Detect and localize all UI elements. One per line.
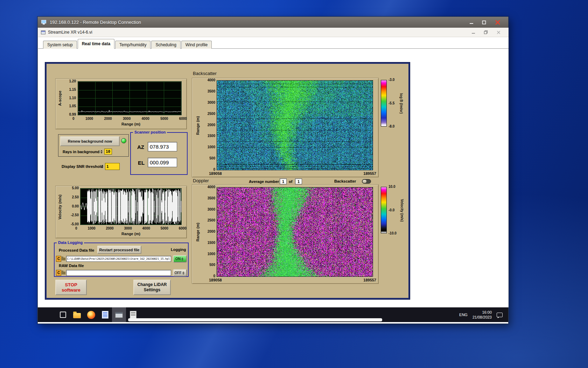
off-label: OFF: [175, 271, 182, 275]
data-logging-title: Data Logging: [57, 240, 84, 245]
tick-label: 2500: [208, 218, 215, 223]
stop-line1: STOP: [65, 282, 77, 287]
stop-software-button[interactable]: STOP software: [55, 280, 87, 295]
tick-label: 0.99: [69, 113, 76, 117]
rays-stepper[interactable]: [100, 149, 104, 155]
app-titlebar[interactable]: StreamLine XR v14-6.vi: [38, 28, 509, 37]
app-minimize-button[interactable]: [468, 29, 478, 36]
of-label: of: [289, 179, 292, 184]
backscatter-chart-title: Backscatter: [193, 71, 217, 76]
tab-temp-humidity[interactable]: Temp/humidity: [115, 41, 150, 49]
average-number-field[interactable]: 1: [280, 178, 287, 184]
firefox-icon: [87, 311, 95, 319]
tab-scheduling[interactable]: Scheduling: [151, 41, 180, 49]
remote-desktop-icon: [41, 20, 47, 25]
snr-stepper[interactable]: [101, 163, 104, 170]
close-icon: [495, 20, 500, 25]
backscatter-y-axis-label: Range (m): [196, 106, 200, 145]
processed-data-file-label: Processed Data file: [59, 248, 94, 252]
tick-label: 2000: [106, 226, 113, 231]
tick-label: 3000: [124, 226, 132, 231]
clock-date: 21/08/2023: [472, 315, 492, 319]
logging-label: Logging: [171, 247, 186, 252]
tick-label: 3500: [208, 196, 215, 200]
rdp-close-button[interactable]: [491, 19, 504, 26]
backscatter-toggle[interactable]: [362, 179, 371, 184]
system-tray: ENG 16:00 21/08/2023: [459, 307, 508, 322]
average-count-field[interactable]: 1: [295, 178, 302, 184]
raw-browse-folder-icon[interactable]: [61, 270, 66, 276]
tick-label: 6000: [179, 117, 187, 121]
task-view-button[interactable]: [56, 307, 70, 322]
tick-label: -0.0: [388, 208, 394, 212]
renew-background-button[interactable]: Renew background now: [60, 136, 120, 146]
restart-processed-file-button[interactable]: Restart processed file: [97, 246, 141, 254]
processed-logging-on-button[interactable]: ON: [173, 255, 187, 263]
tab-system-setup[interactable]: System setup: [43, 41, 77, 49]
app-close-button[interactable]: [493, 29, 504, 36]
tab-strip: System setup Real time data Temp/humidit…: [38, 37, 509, 49]
backscatter-toggle-label: Backscatter: [334, 179, 356, 183]
tick-label: -2.50: [71, 213, 79, 217]
rdp-minimize-button[interactable]: [466, 19, 477, 26]
rdp-maximize-button[interactable]: [479, 19, 489, 26]
processed-drive-selector[interactable]: C: [56, 256, 61, 262]
change-lidar-settings-button[interactable]: Change LiDAR Settings: [133, 280, 171, 295]
tick-label: 2000: [208, 230, 215, 234]
tick-label: -8.0: [388, 124, 394, 129]
tick-label: 4000: [142, 226, 150, 231]
raw-logging-off-button[interactable]: OFF: [173, 269, 187, 277]
tab-real-time-data[interactable]: Real time data: [78, 39, 114, 49]
rdp-window: 192.168.0.122 - Remote Desktop Connectio…: [37, 16, 509, 324]
restore-icon: [484, 30, 488, 34]
ascope-x-axis-label: Range (m): [112, 122, 150, 126]
tick-label: 1.15: [69, 88, 76, 92]
tick-label: 3000: [123, 117, 131, 121]
velocity-x-axis-label: Range (m): [112, 232, 150, 236]
average-number-label: Average number: [249, 179, 279, 184]
on-stepper-icon: [181, 258, 184, 260]
snr-value-field[interactable]: 1: [105, 163, 120, 170]
settings-line1: Change LiDAR: [138, 282, 167, 287]
el-value: 000.099: [148, 158, 177, 167]
tick-label: 3500: [208, 89, 215, 94]
tick-label: 0.00: [72, 204, 79, 209]
notepad-button[interactable]: [98, 307, 112, 322]
rdp-titlebar[interactable]: 192.168.0.122 - Remote Desktop Connectio…: [38, 17, 508, 28]
taskbar-clock[interactable]: 16:00 21/08/2023: [472, 310, 492, 320]
tick-label: 2500: [208, 112, 215, 116]
el-label: EL: [138, 160, 145, 166]
tick-label: 5000: [161, 226, 168, 231]
processed-browse-folder-icon[interactable]: [61, 256, 66, 262]
tick-label: -10.0: [388, 231, 397, 236]
app-restore-button[interactable]: [481, 29, 491, 36]
doppler-chart-title: Doppler: [193, 178, 209, 183]
doppler-colorbar-ticks: 10.0-0.0-10.0: [388, 185, 400, 236]
tab-wind-profile[interactable]: Wind profile: [181, 41, 212, 49]
raw-drive-selector[interactable]: C: [56, 270, 61, 276]
tick-label: 3000: [208, 101, 215, 105]
language-indicator[interactable]: ENG: [459, 313, 468, 317]
labview-vi-icon: [41, 30, 46, 34]
raw-path-field[interactable]: [66, 270, 171, 276]
action-center-icon[interactable]: [497, 313, 503, 317]
tick-label: 5.00: [72, 186, 79, 190]
doppler-y-ticks: 40003500300025002000150010005000: [202, 185, 215, 278]
file-explorer-button[interactable]: [70, 307, 84, 322]
raw-data-file-label: RAW Data file: [59, 264, 84, 268]
processed-path-field[interactable]: C:\LiDAR\Data\Proc\2023\202308\20230821\…: [66, 256, 171, 262]
rays-value-field[interactable]: 10: [104, 149, 112, 155]
horizontal-scrollbar[interactable]: [128, 318, 382, 321]
tick-label: 6000: [179, 226, 187, 231]
snr-threshold-label: Display SNR threshold: [62, 164, 103, 169]
minimize-icon: [469, 20, 474, 25]
clock-time: 16:00: [482, 310, 492, 314]
firefox-button[interactable]: [84, 307, 98, 322]
backscatter-chart: Range (m) 400035003000250020001500100050…: [192, 78, 379, 177]
backscatter-colorbar-ticks: -3.0-5.5-8.0: [388, 78, 399, 129]
tick-label: 2000: [104, 117, 112, 121]
az-label: AZ: [137, 144, 144, 150]
active-app-button[interactable]: [112, 307, 126, 322]
data-logging-group: Data Logging Processed Data file Restart…: [54, 243, 189, 277]
tick-label: 4000: [208, 185, 215, 189]
